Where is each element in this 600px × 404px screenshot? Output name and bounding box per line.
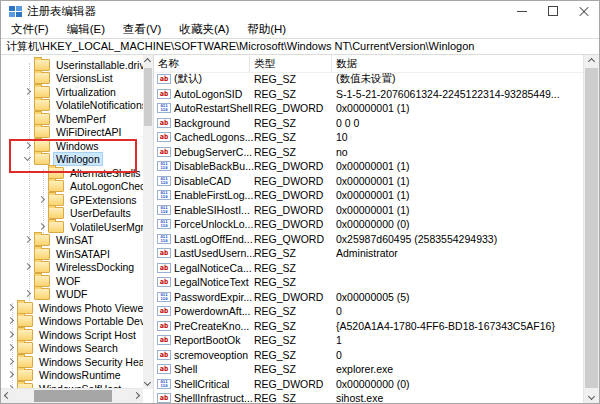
value-name: EnableFirstLog...	[174, 189, 253, 201]
tree-item[interactable]: VolatileNotifications	[1, 99, 153, 113]
address-bar[interactable]: 计算机\HKEY_LOCAL_MACHINE\SOFTWARE\Microsof…	[1, 38, 599, 55]
tree-item[interactable]: WinSATAPI	[1, 247, 153, 261]
registry-value-row[interactable]: ab (默认) REG_SZ (数值未设置)	[154, 72, 584, 87]
value-type: REG_SZ	[250, 334, 332, 346]
value-name: AutoRestartShell	[174, 102, 253, 114]
scroll-down-icon[interactable]	[143, 378, 153, 389]
tree-item-label: VolatileUserMgrK	[68, 221, 153, 233]
value-name: ReportBootOk	[174, 334, 241, 346]
registry-value-row[interactable]: 011 110 AutoRestartShell REG_DWORD 0x000…	[154, 101, 584, 116]
tree-item[interactable]: WirelessDocking	[1, 261, 153, 275]
tree-item[interactable]: WinSAT	[1, 234, 153, 248]
close-button[interactable]	[568, 1, 599, 21]
registry-value-row[interactable]: ab DebugServerC... REG_SZ no	[154, 145, 584, 160]
chevron-icon[interactable]	[37, 222, 48, 232]
maximize-button[interactable]	[537, 1, 568, 21]
value-name: PowerdownAft...	[174, 305, 250, 317]
registry-value-row[interactable]: ab LegalNoticeText REG_SZ	[154, 275, 584, 290]
tree-scrollbar-thumb[interactable]	[144, 68, 152, 126]
menu-view[interactable]: 查看(V)	[114, 22, 170, 37]
chevron-icon[interactable]	[23, 289, 34, 299]
chevron-icon[interactable]	[6, 303, 17, 313]
tree-item[interactable]: WbemPerf	[1, 112, 153, 126]
column-header-type[interactable]: 类型	[250, 55, 332, 72]
tree-item[interactable]: Virtualization	[1, 85, 153, 99]
registry-value-row[interactable]: ab Background REG_SZ 0 0 0	[154, 116, 584, 131]
registry-value-row[interactable]: 011 110 DisableBackBu... REG_DWORD 0x000…	[154, 159, 584, 174]
registry-value-row[interactable]: 011 110 EnableFirstLog... REG_DWORD 0x00…	[154, 188, 584, 203]
registry-value-row[interactable]: ab Shell REG_SZ explorer.exe	[154, 362, 584, 377]
folder-icon	[34, 59, 50, 71]
value-data: 0x00000001 (1)	[332, 175, 584, 187]
tree-item[interactable]: Windows Portable Devices	[1, 315, 153, 329]
binary-value-icon: 011 110	[157, 103, 171, 113]
scroll-right-icon[interactable]	[132, 389, 143, 403]
value-type: REG_DWORD	[250, 102, 332, 114]
registry-value-row[interactable]: 011 110 PasswordExpir... REG_DWORD 0x000…	[154, 290, 584, 305]
registry-value-row[interactable]: ab PowerdownAft... REG_SZ 0	[154, 304, 584, 319]
column-header-data[interactable]: 数据	[332, 55, 584, 72]
column-header-name[interactable]: 名称	[154, 55, 250, 72]
registry-value-row[interactable]: ab LegalNoticeCa... REG_SZ	[154, 261, 584, 276]
value-type: REG_DWORD	[250, 160, 332, 172]
registry-value-row[interactable]: 011 110 ShellCritical REG_DWORD 0x000000…	[154, 377, 584, 392]
title-bar: 注册表编辑器	[1, 1, 599, 21]
menu-help[interactable]: 帮助(H)	[238, 22, 295, 37]
registry-value-row[interactable]: 011 110 EnableSIHostI... REG_DWORD 0x000…	[154, 203, 584, 218]
tree-hscrollbar-thumb[interactable]	[34, 390, 112, 402]
tree-item[interactable]: VolatileUserMgrK	[1, 220, 153, 234]
chevron-icon[interactable]	[6, 316, 17, 326]
value-data: 0x00000000 (0)	[332, 218, 584, 230]
value-data: 0 0 0	[332, 117, 584, 129]
value-type: REG_SZ	[250, 146, 332, 158]
menu-file[interactable]: 文件(F)	[2, 22, 58, 37]
registry-value-row[interactable]: ab ShellInfrastruct... REG_SZ sihost.exe	[154, 391, 584, 403]
menu-edit[interactable]: 编辑(E)	[58, 22, 114, 37]
value-type: REG_SZ	[250, 262, 332, 274]
registry-value-row[interactable]: ab CachedLogons... REG_SZ 10	[154, 130, 584, 145]
chevron-icon[interactable]	[6, 343, 17, 353]
registry-value-row[interactable]: ab PreCreateKno... REG_SZ {A520A1A4-1780…	[154, 319, 584, 334]
registry-value-row[interactable]: ab AutoLogonSID REG_SZ S-1-5-21-20760613…	[154, 87, 584, 102]
minimize-button[interactable]	[506, 1, 537, 21]
tree-item[interactable]: WOF	[1, 274, 153, 288]
folder-icon	[34, 86, 50, 98]
menu-favorites[interactable]: 收藏夹(A)	[170, 22, 238, 37]
tree-item[interactable]: WiFiDirectAPI	[1, 126, 153, 140]
registry-value-row[interactable]: ab scremoveoption REG_SZ 0	[154, 348, 584, 363]
scroll-up-icon[interactable]	[143, 55, 153, 66]
registry-value-row[interactable]: ab ReportBootOk REG_SZ 1	[154, 333, 584, 348]
chevron-icon[interactable]	[37, 195, 48, 205]
tree-item[interactable]: GPExtensions	[1, 193, 153, 207]
tree-item[interactable]: WindowsRuntime	[1, 369, 153, 383]
scroll-down-icon[interactable]	[584, 392, 599, 403]
tree-item[interactable]: Windows Search	[1, 342, 153, 356]
scroll-up-icon[interactable]	[584, 55, 599, 66]
tree-item[interactable]: UserDefaults	[1, 207, 153, 221]
binary-value-icon: 011 110	[157, 219, 171, 229]
tree-item[interactable]: AutoLogonChecke	[1, 180, 153, 194]
tree-horizontal-scrollbar[interactable]	[1, 388, 143, 403]
registry-value-row[interactable]: 011 110 LastLogOffEnd... REG_QWORD 0x259…	[154, 232, 584, 247]
list-vertical-scrollbar[interactable]	[583, 55, 599, 403]
list-scrollbar-thumb[interactable]	[585, 68, 598, 388]
value-type: REG_DWORD	[250, 175, 332, 187]
scroll-left-icon[interactable]	[1, 389, 12, 403]
chevron-icon[interactable]	[23, 87, 34, 97]
chevron-icon[interactable]	[6, 330, 17, 340]
registry-value-row[interactable]: ab LastUsedUsern... REG_SZ Administrator	[154, 246, 584, 261]
tree-item[interactable]: VersionsList	[1, 72, 153, 86]
tree-vertical-scrollbar[interactable]	[143, 55, 153, 389]
window-controls	[506, 1, 599, 21]
chevron-icon[interactable]	[6, 370, 17, 380]
tree-item[interactable]: WUDF	[1, 288, 153, 302]
registry-value-row[interactable]: 011 110 DisableCAD REG_DWORD 0x00000001 …	[154, 174, 584, 189]
value-name: LegalNoticeText	[174, 276, 249, 288]
value-data: 10	[332, 131, 584, 143]
chevron-icon[interactable]	[6, 357, 17, 367]
tree-item[interactable]: Userinstallable.driver	[1, 58, 153, 72]
chevron-icon[interactable]	[23, 235, 34, 245]
chevron-icon[interactable]	[23, 262, 34, 272]
registry-value-row[interactable]: 011 110 ForceUnlockLo... REG_DWORD 0x000…	[154, 217, 584, 232]
tree-item-label: Windows Security Health	[37, 356, 153, 368]
